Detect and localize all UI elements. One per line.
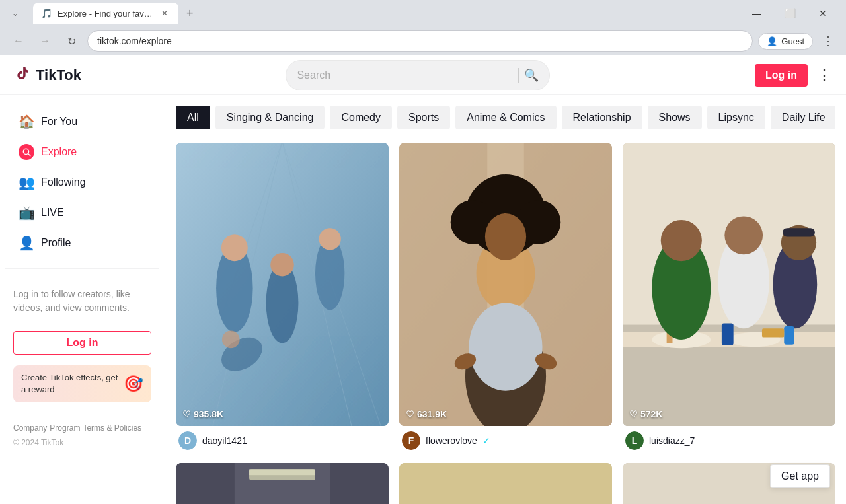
logo[interactable]: TikTok — [11, 63, 81, 88]
search-input[interactable] — [297, 69, 513, 81]
main-content: All Singing & Dancing Comedy Sports Anim… — [165, 95, 846, 504]
avatar-placeholder: D — [178, 431, 197, 450]
likes-count: 935.8K — [194, 409, 223, 419]
category-all[interactable]: All — [176, 106, 210, 129]
avatar: L — [625, 431, 644, 450]
explore-active-indicator — [19, 144, 34, 160]
back-button[interactable]: ← — [8, 30, 29, 52]
svg-point-37 — [724, 216, 763, 254]
category-daily-life[interactable]: Daily Life — [771, 106, 835, 129]
video-thumbnail-art — [176, 143, 389, 426]
footer-link-company[interactable]: Company — [13, 423, 47, 433]
verified-badge: ✓ — [482, 435, 490, 446]
reload-button[interactable]: ↻ — [61, 30, 82, 52]
svg-point-10 — [270, 253, 294, 277]
svg-rect-43 — [762, 328, 784, 337]
video-author: flowerovlove — [426, 435, 477, 446]
category-comedy[interactable]: Comedy — [330, 106, 392, 129]
svg-point-35 — [661, 220, 702, 261]
svg-rect-56 — [399, 463, 612, 504]
footer-link-program[interactable]: Program — [50, 423, 80, 433]
sidebar-login-message: Log in to follow creators, like videos, … — [0, 279, 165, 323]
footer-link-terms[interactable]: Terms & Policies — [83, 423, 141, 433]
video-likes: ♡ 572K — [629, 409, 662, 419]
video-info: D daoyil1421 — [176, 426, 389, 452]
video-card[interactable] — [176, 463, 389, 504]
live-icon: 📺 — [19, 205, 34, 221]
sidebar-item-following[interactable]: 👥 Following — [5, 168, 159, 197]
sidebar-item-label: Following — [41, 176, 86, 188]
app-header: TikTok 🔍 Log in ⋮ — [0, 55, 846, 95]
sidebar-footer-links: Company Program Terms & Policies — [13, 423, 151, 433]
address-bar[interactable]: tiktok.com/explore — [87, 30, 753, 52]
category-bar: All Singing & Dancing Comedy Sports Anim… — [176, 106, 835, 129]
browser-menu-button[interactable]: ⋮ — [818, 31, 838, 51]
sidebar-promo-text: Create TikTok effects, get a reward — [21, 372, 118, 396]
video-info: F flowerovlove ✓ — [399, 426, 612, 452]
home-icon: 🏠 — [19, 114, 34, 129]
forward-button[interactable]: → — [34, 30, 56, 52]
close-button[interactable]: ✕ — [808, 3, 838, 24]
sidebar-promo-banner[interactable]: Create TikTok effects, get a reward 🎯 — [13, 365, 151, 402]
sidebar-login-button[interactable]: Log in — [13, 331, 151, 355]
video-card[interactable]: ♡ 572K L luisdiazz_7 — [623, 143, 835, 452]
sidebar-item-live[interactable]: 📺 LIVE — [5, 198, 159, 227]
video-thumbnail-art — [399, 143, 612, 426]
avatar: D — [178, 431, 197, 450]
login-button[interactable]: Log in — [755, 64, 808, 87]
svg-point-24 — [469, 303, 542, 390]
tab-favicon: 🎵 — [41, 8, 52, 18]
video-thumbnail-art — [176, 463, 389, 504]
avatar-placeholder: F — [402, 431, 420, 450]
get-app-button[interactable]: Get app — [770, 464, 830, 488]
sidebar-item-profile[interactable]: 👤 Profile — [5, 229, 159, 258]
following-icon: 👥 — [19, 174, 34, 190]
sidebar-item-label: Profile — [41, 237, 71, 249]
more-options-button[interactable]: ⋮ — [813, 63, 835, 88]
svg-point-8 — [221, 234, 248, 261]
profile-icon: 👤 — [19, 235, 34, 251]
category-lipsync[interactable]: Lipsync — [707, 106, 765, 129]
category-relationship[interactable]: Relationship — [562, 106, 642, 129]
video-card[interactable]: ♡ 631.9K F flowerovlove ✓ — [399, 143, 612, 452]
sidebar-item-explore[interactable]: Explore — [5, 137, 159, 166]
category-anime-comics[interactable]: Anime & Comics — [455, 106, 556, 129]
maximize-button[interactable]: ⬜ — [775, 3, 805, 24]
video-likes: ♡ 935.8K — [182, 409, 223, 419]
sidebar-item-for-you[interactable]: 🏠 For You — [5, 107, 159, 136]
avatar: F — [402, 431, 420, 450]
video-thumbnail: ♡ 631.9K — [399, 143, 612, 426]
video-thumbnail — [176, 463, 389, 504]
sidebar-divider — [5, 268, 159, 269]
heart-icon: ♡ — [406, 409, 414, 419]
svg-rect-42 — [784, 326, 794, 345]
video-info: L luisdiazz_7 — [623, 426, 835, 452]
svg-point-23 — [485, 213, 526, 260]
svg-point-14 — [222, 331, 240, 349]
video-likes: ♡ 631.9K — [406, 409, 447, 419]
search-divider — [518, 68, 519, 83]
logo-text: TikTok — [36, 67, 81, 84]
tab-list-button[interactable]: ⌄ — [8, 6, 22, 20]
category-sports[interactable]: Sports — [397, 106, 450, 129]
likes-count: 572K — [640, 409, 662, 419]
tiktok-logo-icon — [11, 63, 32, 88]
search-icon[interactable]: 🔍 — [524, 68, 539, 83]
guest-button[interactable]: 👤 Guest — [758, 33, 813, 50]
sidebar-item-label: Explore — [41, 146, 77, 158]
category-shows[interactable]: Shows — [648, 106, 702, 129]
video-card[interactable] — [399, 463, 612, 504]
tab-close-button[interactable]: ✕ — [159, 7, 171, 19]
url-display: tiktok.com/explore — [97, 36, 743, 46]
minimize-button[interactable]: — — [742, 3, 772, 24]
video-thumbnail: ♡ 935.8K — [176, 143, 389, 426]
svg-rect-41 — [722, 324, 734, 345]
search-bar[interactable]: 🔍 — [286, 60, 550, 90]
category-singing-dancing[interactable]: Singing & Dancing — [215, 106, 325, 129]
video-card[interactable]: ♡ 935.8K D daoyil1421 — [176, 143, 389, 452]
video-author: daoyil1421 — [202, 435, 247, 446]
sidebar-item-label: LIVE — [41, 207, 64, 219]
browser-tab-tiktok[interactable]: 🎵 Explore - Find your favourite ✕ — [33, 3, 178, 24]
sidebar-promo-icon: 🎯 — [124, 375, 143, 393]
new-tab-button[interactable]: + — [182, 7, 198, 20]
